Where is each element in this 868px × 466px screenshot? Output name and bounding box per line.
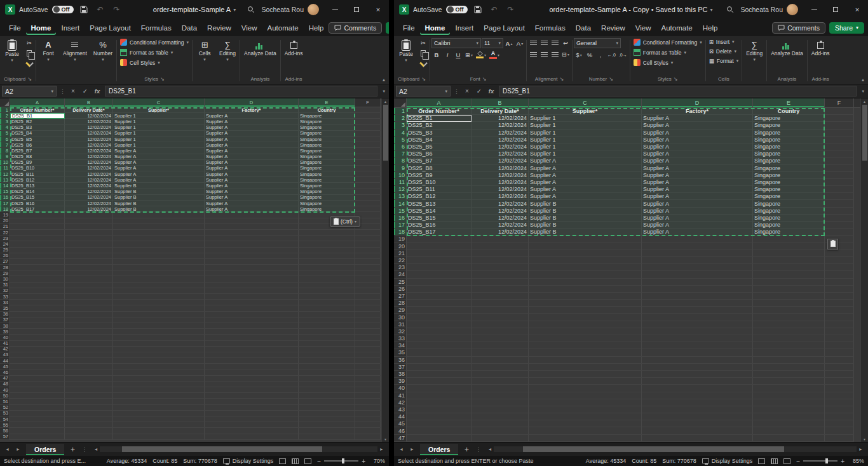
cell-A51[interactable] xyxy=(10,399,65,404)
cell-D12[interactable]: Supplier A xyxy=(205,171,299,177)
cell-F21[interactable] xyxy=(825,250,854,257)
scrollbar-thumb[interactable] xyxy=(122,446,322,452)
cell-D44[interactable] xyxy=(642,413,753,420)
cell-F6[interactable] xyxy=(825,143,854,150)
share-button[interactable]: Share▾ xyxy=(829,22,864,34)
cell-E34[interactable] xyxy=(299,300,355,305)
cell-D6[interactable]: Supplier A xyxy=(642,143,753,150)
cell-C1[interactable]: Supplier* xyxy=(113,107,205,113)
collapse-ribbon-icon[interactable]: ▴ xyxy=(383,77,385,83)
cell-A3[interactable]: DS25_B2 xyxy=(407,122,471,129)
cell-F8[interactable] xyxy=(825,157,854,164)
cell-A21[interactable] xyxy=(407,250,471,257)
cell-A6[interactable]: DS25_B5 xyxy=(407,143,471,150)
cell-A27[interactable] xyxy=(407,293,471,300)
cell-D4[interactable]: Supplier A xyxy=(205,125,299,131)
cell-D17[interactable]: Supplier A xyxy=(642,222,753,229)
align-center-button[interactable] xyxy=(539,50,549,59)
cell-A35[interactable] xyxy=(10,305,65,311)
cell-F38[interactable] xyxy=(825,371,854,378)
cell-A45[interactable] xyxy=(10,364,65,369)
cell-C4[interactable]: Supplier 1 xyxy=(113,125,205,131)
cell-B11[interactable]: 12/02/2024 xyxy=(65,166,113,171)
cell-F5[interactable] xyxy=(355,131,381,136)
cell-C23[interactable] xyxy=(113,236,205,241)
cell-D39[interactable] xyxy=(205,329,299,335)
close-button[interactable]: × xyxy=(846,0,868,19)
user-name[interactable]: Socheata Rou xyxy=(740,6,783,13)
cell-C45[interactable] xyxy=(113,364,205,369)
cell-B2[interactable]: 12/02/2024 xyxy=(65,113,113,119)
cell-B22[interactable] xyxy=(471,257,529,264)
cell-F45[interactable] xyxy=(825,420,854,427)
cell-A44[interactable] xyxy=(407,413,471,420)
cell-D56[interactable] xyxy=(205,428,299,434)
cell-F51[interactable] xyxy=(355,399,381,404)
row-header-14[interactable]: 14 xyxy=(394,200,407,207)
cell-C11[interactable]: Supplier A xyxy=(113,166,205,171)
cell-F34[interactable] xyxy=(825,342,854,349)
cell-F39[interactable] xyxy=(355,329,381,335)
cell-A7[interactable]: DS25_B6 xyxy=(407,150,471,157)
cell-A52[interactable] xyxy=(10,405,65,411)
cell-E55[interactable] xyxy=(299,422,355,428)
cell-C37[interactable] xyxy=(529,364,642,371)
save-icon[interactable] xyxy=(471,3,484,17)
cell-C27[interactable] xyxy=(529,293,642,300)
cell-A4[interactable]: DS25_B3 xyxy=(407,130,471,136)
cell-D29[interactable] xyxy=(205,270,299,276)
cell-E22[interactable] xyxy=(299,230,355,236)
row-header-12[interactable]: 12 xyxy=(394,186,407,193)
cell-F30[interactable] xyxy=(355,276,381,282)
vertical-scrollbar[interactable]: ▴▾ xyxy=(860,98,868,442)
cell-A33[interactable] xyxy=(407,335,471,342)
cell-E37[interactable] xyxy=(299,317,355,323)
cell-D7[interactable]: Supplier A xyxy=(205,142,299,148)
cell-E57[interactable] xyxy=(299,434,355,440)
cell-F31[interactable] xyxy=(355,283,381,288)
select-all-corner[interactable] xyxy=(0,98,10,107)
cell-B3[interactable]: 12/02/2024 xyxy=(471,122,529,129)
cell-B8[interactable]: 12/02/2024 xyxy=(471,157,529,164)
cell-D47[interactable] xyxy=(205,376,299,382)
cell-A34[interactable] xyxy=(10,300,65,305)
cell-E42[interactable] xyxy=(299,347,355,352)
format-as-table-button[interactable]: Format as Table▾ xyxy=(118,48,175,57)
cell-D21[interactable] xyxy=(642,250,753,257)
new-sheet-button[interactable]: + xyxy=(67,445,78,454)
bottom-align-button[interactable] xyxy=(550,38,560,48)
cell-B3[interactable]: 12/02/2024 xyxy=(65,119,113,124)
row-header-25[interactable]: 25 xyxy=(394,279,407,286)
menu-tab-formulas[interactable]: Formulas xyxy=(136,21,177,35)
cell-C1[interactable]: Supplier* xyxy=(529,108,642,115)
fill-color-button[interactable]: ▾ xyxy=(475,50,487,60)
row-header-38[interactable]: 38 xyxy=(394,371,407,378)
cell-F31[interactable] xyxy=(825,321,854,328)
cell-D47[interactable] xyxy=(642,435,753,442)
row-header-3[interactable]: 3 xyxy=(394,122,407,129)
cell-A39[interactable] xyxy=(10,329,65,335)
cell-B24[interactable] xyxy=(471,271,529,278)
cell-D25[interactable] xyxy=(205,248,299,253)
row-header-23[interactable]: 23 xyxy=(394,264,407,271)
cell-F39[interactable] xyxy=(825,378,854,385)
cell-D9[interactable]: Supplier A xyxy=(205,154,299,160)
cell-D4[interactable]: Supplier A xyxy=(642,130,753,136)
cell-C8[interactable]: Supplier A xyxy=(529,157,642,164)
comma-style-button[interactable]: , xyxy=(595,50,606,60)
cell-A47[interactable] xyxy=(407,435,471,442)
cell-B54[interactable] xyxy=(65,416,113,422)
user-name[interactable]: Socheata Rou xyxy=(261,6,304,13)
cell-F46[interactable] xyxy=(825,427,854,434)
row-header-47[interactable]: 47 xyxy=(394,435,407,442)
cell-F22[interactable] xyxy=(825,257,854,264)
cell-E52[interactable] xyxy=(299,405,355,411)
cell-C57[interactable] xyxy=(113,434,205,440)
cell-A36[interactable] xyxy=(10,312,65,317)
cell-F28[interactable] xyxy=(825,300,854,307)
row-header-35[interactable]: 35 xyxy=(394,349,407,356)
cell-D30[interactable] xyxy=(205,276,299,282)
cell-A47[interactable] xyxy=(10,376,65,382)
row-header-21[interactable]: 21 xyxy=(394,250,407,257)
cell-F11[interactable] xyxy=(825,179,854,186)
